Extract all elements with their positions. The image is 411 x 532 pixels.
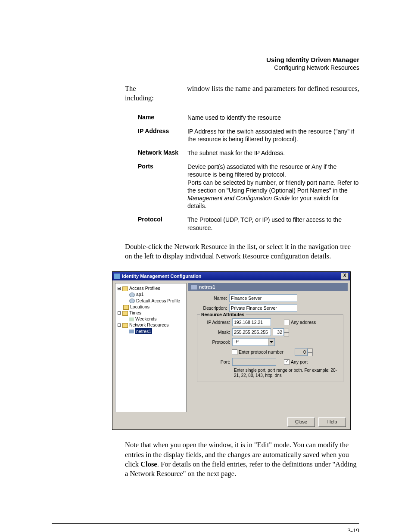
button-bar: Close Help (112, 415, 350, 429)
mask-bits-field[interactable]: 32 (273, 328, 284, 336)
folder-icon (122, 323, 128, 328)
any-port-label: Any port (291, 359, 308, 364)
folder-icon (122, 311, 128, 316)
description-field[interactable]: Private Finance Server (229, 304, 297, 312)
tree-item-network-resources[interactable]: ⊟ Network Resources (116, 322, 185, 328)
port-label: Port: (202, 359, 230, 364)
def-desc-italic: Management and Configuration Guide (187, 195, 290, 202)
after-paragraph: Note that when you open the window, it i… (125, 440, 359, 479)
node-icon (129, 292, 135, 297)
tree-label: ap1 (136, 292, 144, 297)
definition-list: Name Name used to identify the resource … (138, 114, 359, 232)
intro-a: The (125, 84, 138, 93)
def-desc: IP Address for the switch associated wit… (187, 128, 359, 143)
close-btn-rest: lose (299, 419, 307, 424)
leaf-icon (129, 317, 134, 321)
intro-b: window lists the name and parameters for… (125, 84, 359, 102)
tree-label: Access Profiles (129, 286, 160, 291)
protocol-value: IP (233, 339, 268, 345)
tree-label: Weekends (135, 316, 156, 321)
description-label: Description: (197, 305, 227, 311)
close-bold: Close (140, 460, 157, 468)
def-desc: Device port(s) associated with the resou… (187, 163, 359, 210)
def-row: Name Name used to identify the resource (138, 114, 359, 121)
ip-field[interactable]: 192.168.12.21 (232, 318, 271, 326)
proto-num-spinner[interactable] (308, 348, 313, 355)
name-label: Name: (197, 296, 227, 301)
mask-field[interactable]: 255.255.255.255 (232, 328, 271, 336)
def-term: Protocol (138, 216, 187, 231)
mid-paragraph-text: Double-click the Network Resource in the… (125, 242, 359, 261)
close-button[interactable]: Close (287, 417, 315, 427)
window-titlebar[interactable]: Identity Management Configuration X (112, 272, 350, 280)
resource-icon (129, 330, 134, 333)
footer-rule (52, 523, 359, 524)
any-address-checkbox[interactable] (284, 320, 290, 325)
protocol-combo[interactable]: IP (232, 338, 275, 346)
mid-paragraph: Double-click the Network Resource in the… (125, 242, 359, 261)
folder-icon (123, 305, 129, 310)
def-row: IP Address IP Address for the switch ass… (138, 128, 359, 143)
app-icon (114, 274, 120, 279)
tree-item-ap1[interactable]: ap1 (116, 291, 185, 297)
header-title: Using Identity Driven Manager (52, 56, 359, 63)
tree-label-selected: netres1 (135, 328, 152, 334)
help-button[interactable]: Help (318, 417, 346, 427)
resource-icon (191, 285, 197, 289)
tree-item-default-ap[interactable]: Default Access Profile (116, 298, 185, 304)
def-term: Name (138, 114, 187, 121)
any-address-label: Any address (291, 320, 316, 325)
intro-paragraph: The window lists the name and parameters… (125, 84, 359, 103)
any-port-checkbox[interactable]: ✓ (284, 359, 290, 365)
header-subtitle: Configuring Network Resources (52, 64, 359, 71)
page-header: Using Identity Driven Manager Configurin… (52, 56, 359, 71)
protocol-label: Protocol: (202, 339, 230, 345)
def-desc: The Protocol (UDP, TCP, or IP) used to f… (187, 216, 359, 231)
tree-item-weekends[interactable]: Weekends (116, 316, 185, 322)
def-term: IP Address (138, 128, 187, 143)
name-field[interactable]: Finance Server (229, 294, 297, 302)
enter-proto-label: Enter protocol number (239, 349, 283, 355)
tree-label: Locations (130, 304, 149, 309)
tree-item-netres1[interactable]: netres1 (116, 328, 185, 334)
detail-pane: netres1 Name: Finance Server Description… (188, 283, 348, 412)
after-2: . For details on the field entries, refe… (125, 460, 357, 478)
enter-proto-checkbox[interactable] (232, 349, 237, 355)
def-desc: Name used to identify the resource (187, 114, 359, 121)
def-desc: The subnet mask for the IP Address. (187, 149, 359, 157)
tree-label: Default Access Profile (136, 298, 180, 303)
config-window: Identity Management Configuration X ⊟ Ac… (112, 271, 351, 430)
chevron-down-icon[interactable] (268, 339, 274, 345)
window-title: Identity Management Configuration (122, 274, 341, 279)
port-field (232, 358, 276, 366)
proto-num-field: 0 (295, 348, 308, 356)
nav-tree[interactable]: ⊟ Access Profiles ap1 Default Access Pro… (115, 283, 187, 412)
node-icon (129, 299, 135, 303)
ip-label: IP Address: (202, 320, 230, 325)
resource-attributes-group: Resource Attributes IP Address: 192.168.… (197, 314, 343, 382)
folder-icon (122, 286, 128, 291)
page-number: 3-19 (0, 527, 359, 532)
close-icon[interactable]: X (341, 273, 349, 280)
mask-bits-spinner[interactable] (284, 329, 289, 336)
def-term: Ports (138, 163, 187, 210)
def-term: Network Mask (138, 149, 187, 157)
port-hint: Enter single port, port range or both. F… (234, 368, 339, 378)
mask-label: Mask: (202, 330, 230, 335)
fieldset-legend: Resource Attributes (200, 312, 246, 317)
panel-title: netres1 (199, 284, 215, 289)
tree-label: Times (129, 310, 141, 315)
def-row: Protocol The Protocol (UDP, TCP, or IP) … (138, 216, 359, 231)
tree-item-times[interactable]: ⊟ Times (116, 310, 185, 316)
def-desc-main: Device port(s) associated with the resou… (187, 163, 359, 194)
def-row: Ports Device port(s) associated with the… (138, 163, 359, 210)
tree-label: Network Resources (129, 322, 169, 327)
def-row: Network Mask The subnet mask for the IP … (138, 149, 359, 157)
tree-item-locations[interactable]: Locations (116, 304, 185, 310)
tree-item-access-profiles[interactable]: ⊟ Access Profiles (116, 285, 185, 291)
panel-header: netres1 (188, 283, 348, 291)
